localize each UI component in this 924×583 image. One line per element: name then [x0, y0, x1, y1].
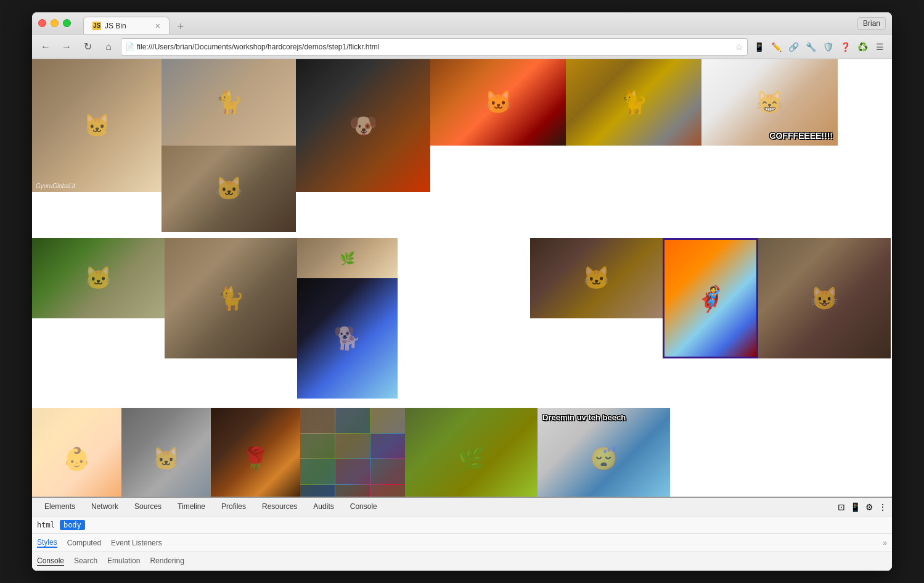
photo-black-puppy[interactable]: 🐶: [296, 59, 430, 192]
photo-watermark: GyuruGlobal.lt: [36, 183, 75, 189]
minimize-button[interactable]: [51, 19, 59, 27]
user-name: Brian: [857, 17, 886, 30]
address-icon: 📄: [125, 43, 134, 51]
extension2-icon[interactable]: 🔧: [803, 39, 818, 54]
styles-expand-icon[interactable]: »: [883, 539, 887, 547]
photo-top-small[interactable]: 🌿: [297, 238, 398, 278]
element-breadcrumb-row: html body: [32, 516, 892, 534]
extension1-icon[interactable]: 🔗: [786, 39, 801, 54]
browser-tab[interactable]: JS JS Bin ×: [83, 17, 170, 34]
home-button[interactable]: ⌂: [100, 38, 117, 56]
extension5-icon[interactable]: ♻️: [855, 39, 870, 54]
photo-cartoon-hero[interactable]: 🦸: [663, 238, 758, 358]
photo-tortie-cat[interactable]: 🐱: [530, 238, 663, 318]
meme-text-coffee: COFFFEEEE!!!!: [769, 131, 833, 141]
devtools-icon-mobile[interactable]: 📱: [850, 502, 861, 512]
close-button[interactable]: [38, 19, 46, 27]
tab-label: JS Bin: [105, 22, 126, 30]
console-tab-emulation[interactable]: Emulation: [107, 556, 140, 565]
back-button[interactable]: ←: [37, 38, 54, 56]
console-tab-search[interactable]: Search: [74, 556, 97, 565]
new-tab-button[interactable]: +: [172, 19, 189, 34]
tab-close-icon[interactable]: ×: [155, 21, 160, 31]
devtools-panel: Elements Network Sources Timeline Profil…: [32, 497, 892, 571]
styles-tab-event-listeners[interactable]: Event Listeners: [111, 539, 162, 547]
address-input[interactable]: [137, 43, 733, 51]
photo-fluffy-cat[interactable]: 🐱 GyuruGlobal.lt: [32, 59, 161, 192]
photo-black-dachshund[interactable]: 🐕: [297, 278, 398, 399]
page-content: 🐱 GyuruGlobal.lt 🐈 🐶 🐱: [32, 59, 892, 571]
devtools-tab-timeline[interactable]: Timeline: [170, 500, 213, 515]
title-bar: JS JS Bin × + Brian: [32, 12, 892, 35]
photo-bookshop-cat[interactable]: 🐱: [430, 59, 566, 146]
photo-outdoor-cat[interactable]: 🌿: [405, 408, 538, 510]
traffic-lights: [38, 19, 71, 27]
extension4-icon[interactable]: ❓: [838, 39, 852, 54]
devtools-tab-resources[interactable]: Resources: [255, 500, 305, 515]
console-tab-console[interactable]: Console: [37, 556, 64, 566]
browser-window: JS JS Bin × + Brian ← → ↻ ⌂ 📄 ☆ 📱 ✏️ 🔗 🔧…: [32, 12, 892, 571]
devtools-tab-network[interactable]: Network: [84, 500, 126, 515]
meme-text-dreaming: Dreemin uv teh beech: [542, 413, 626, 422]
devtools-tabs-row: Elements Network Sources Timeline Profil…: [32, 498, 892, 516]
toolbar: ← → ↻ ⌂ 📄 ☆ 📱 ✏️ 🔗 🔧 🛡️ ❓ ♻️ ☰: [32, 35, 892, 59]
devtools-tab-sources[interactable]: Sources: [127, 500, 169, 515]
photo-dark-room[interactable]: 🌹: [211, 408, 300, 510]
photo-street-cat[interactable]: 🐈: [566, 59, 701, 146]
devtools-tabs: Elements Network Sources Timeline Profil…: [37, 500, 385, 515]
extension3-icon[interactable]: 🛡️: [820, 39, 835, 54]
styles-tab-computed[interactable]: Computed: [67, 539, 101, 547]
devtools-tab-console[interactable]: Console: [343, 500, 385, 515]
tab-favicon: JS: [92, 22, 101, 30]
devtools-icon-inspect[interactable]: ⊡: [838, 502, 845, 512]
tab-bar: JS JS Bin × +: [83, 12, 189, 34]
photo-striped-tabby[interactable]: 🐈: [165, 238, 297, 358]
console-tabs-row: Console Search Emulation Rendering: [32, 552, 892, 569]
photo-curled-cat[interactable]: 🐈: [161, 59, 296, 146]
devtools-icon-settings[interactable]: ⚙: [865, 502, 873, 512]
photo-yawning-cat[interactable]: 😸 COFFFEEEE!!!!: [701, 59, 838, 146]
photo-child-kitten[interactable]: 👶: [32, 408, 121, 510]
devtools-tab-profiles[interactable]: Profiles: [214, 500, 253, 515]
reload-button[interactable]: ↻: [79, 38, 96, 56]
phone-icon[interactable]: 📱: [751, 39, 766, 54]
element-body-tag[interactable]: body: [60, 520, 85, 530]
pen-icon[interactable]: ✏️: [769, 39, 783, 54]
devtools-tab-elements[interactable]: Elements: [37, 500, 83, 515]
devtools-icon-more[interactable]: ⋮: [878, 502, 887, 512]
photo-green-eyed-cat[interactable]: 🐱: [121, 408, 211, 510]
address-bar-container[interactable]: 📄 ☆: [121, 38, 748, 56]
photo-resting-cat[interactable]: 🐱: [32, 238, 165, 318]
photo-dreaming-cat[interactable]: 😴 Dreemin uv teh beech: [538, 408, 670, 510]
toolbar-icons: 📱 ✏️ 🔗 🔧 🛡️ ❓ ♻️ ☰: [751, 39, 887, 54]
styles-tabs-row: Styles Computed Event Listeners »: [32, 534, 892, 552]
photo-closeup-tabby[interactable]: 😺: [758, 238, 891, 358]
photo-tabby-curled[interactable]: 🐱: [161, 146, 296, 232]
devtools-tab-audits[interactable]: Audits: [306, 500, 341, 515]
devtools-toolbar-right: ⊡ 📱 ⚙ ⋮: [838, 502, 887, 512]
forward-button[interactable]: →: [58, 38, 75, 56]
styles-tab-styles[interactable]: Styles: [37, 538, 57, 548]
element-html-tag[interactable]: html: [37, 521, 55, 529]
menu-icon[interactable]: ☰: [872, 39, 887, 54]
photo-mosaic-grid[interactable]: [300, 408, 405, 510]
console-tab-rendering[interactable]: Rendering: [150, 556, 184, 565]
empty-space: [398, 238, 530, 358]
maximize-button[interactable]: [63, 19, 71, 27]
bookmark-icon[interactable]: ☆: [735, 42, 743, 52]
